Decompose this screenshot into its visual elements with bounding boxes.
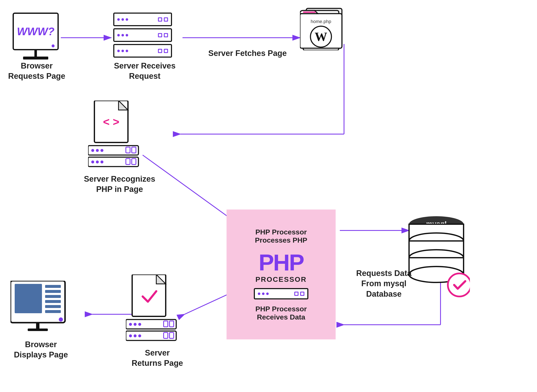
svg-point-23 (96, 149, 99, 152)
svg-rect-44 (45, 285, 61, 288)
www-text: WWW? (17, 25, 54, 38)
svg-point-52 (59, 317, 63, 322)
svg-rect-60 (126, 331, 176, 341)
server-returns-icon (126, 275, 185, 342)
svg-point-56 (134, 323, 137, 326)
svg-point-28 (91, 160, 94, 163)
svg-rect-26 (132, 147, 136, 153)
php-receives-label: PHP ProcessorReceives Data (255, 305, 307, 321)
svg-rect-27 (88, 157, 138, 167)
svg-rect-43 (15, 284, 42, 313)
svg-rect-50 (36, 323, 39, 328)
server-returns-label: ServerReturns Page (126, 348, 189, 369)
svg-point-57 (138, 323, 141, 326)
browser-displays-label: BrowserDisplays Page (10, 339, 71, 360)
server-recognizes-label: Server RecognizesPHP in Page (80, 174, 159, 195)
svg-point-30 (100, 160, 103, 163)
svg-rect-21 (88, 146, 138, 155)
svg-text:W: W (315, 30, 327, 44)
svg-point-24 (100, 149, 103, 152)
svg-rect-54 (126, 319, 176, 329)
server-fetches-label: Server Fetches Page (201, 48, 294, 58)
svg-rect-46 (45, 295, 61, 298)
browser-requests-label: Browser Requests Page (6, 61, 67, 81)
svg-text:home.php: home.php (311, 19, 331, 24)
svg-rect-65 (170, 332, 174, 338)
php-processes-label: PHP ProcessorProcesses PHP (255, 228, 307, 244)
svg-point-41 (448, 273, 470, 296)
server-receives-icon (113, 13, 172, 58)
svg-rect-47 (45, 300, 61, 303)
php-big-text: PHP (259, 251, 304, 274)
svg-rect-48 (45, 305, 61, 308)
svg-rect-58 (164, 321, 168, 327)
server-recognizes-php-icon: < > (88, 101, 147, 168)
svg-point-22 (91, 149, 94, 152)
svg-rect-59 (170, 321, 174, 327)
svg-rect-32 (132, 159, 136, 164)
svg-point-55 (129, 323, 132, 326)
svg-rect-25 (126, 147, 130, 153)
php-processor-text: PROCESSOR (256, 275, 307, 284)
svg-text:< >: < > (103, 116, 119, 128)
svg-rect-45 (45, 290, 61, 293)
svg-rect-49 (45, 310, 61, 313)
svg-rect-51 (28, 328, 48, 331)
server-receives-label: Server ReceivesRequest (113, 61, 176, 81)
wordpress-folder-icon: home.php W (300, 6, 348, 51)
svg-point-61 (129, 334, 132, 337)
svg-point-29 (96, 160, 99, 163)
svg-rect-64 (164, 332, 168, 338)
php-processor-box: PHP ProcessorProcesses PHP PHP PROCESSOR… (227, 210, 336, 339)
browser-icon: WWW? (13, 13, 59, 60)
browser-displays-icon (10, 281, 69, 332)
svg-point-62 (134, 334, 137, 337)
svg-point-63 (138, 334, 141, 337)
requests-data-label: Requests DataFrom mysql Database (344, 268, 424, 299)
svg-rect-31 (126, 159, 130, 164)
